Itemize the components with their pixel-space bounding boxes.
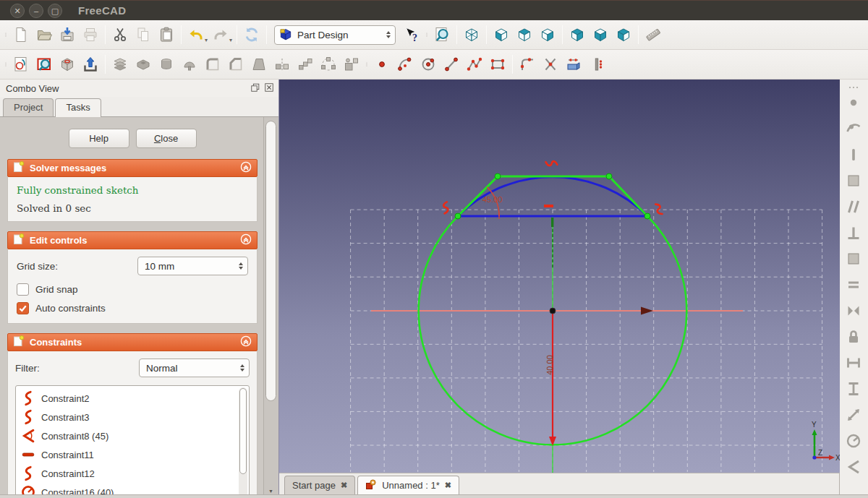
- perpendicular-constraint-icon[interactable]: [843, 222, 864, 244]
- symmetric-constraint-icon[interactable]: [843, 300, 864, 322]
- collapse-section-icon[interactable]: [240, 335, 252, 349]
- save-icon[interactable]: [56, 23, 79, 46]
- toolbar-handle-icon[interactable]: [2, 24, 9, 46]
- panel-scrollbar-thumb[interactable]: [265, 121, 276, 401]
- vertical-dimension-label[interactable]: 40.00: [545, 355, 554, 375]
- equal-constraint-icon[interactable]: [843, 274, 864, 296]
- tangent-constraint-icon-gray[interactable]: [843, 248, 864, 270]
- sketch-line-icon[interactable]: [440, 53, 463, 76]
- float-panel-icon[interactable]: [250, 82, 260, 95]
- collapse-section-icon[interactable]: [240, 161, 252, 175]
- constraint-list-scrollbar[interactable]: [239, 387, 247, 497]
- spinner-icon[interactable]: [237, 262, 244, 270]
- viewport-background[interactable]: [279, 80, 840, 473]
- new-document-icon[interactable]: [9, 23, 33, 46]
- left-view-icon[interactable]: [612, 23, 635, 46]
- pocket-icon[interactable]: [132, 53, 155, 76]
- document-tab[interactable]: Start page✖: [284, 476, 355, 494]
- fillet-icon[interactable]: [201, 53, 224, 76]
- parallel-constraint-icon[interactable]: [843, 196, 864, 218]
- close-tab-icon[interactable]: ✖: [341, 481, 347, 490]
- front-view-icon[interactable]: [490, 23, 513, 46]
- horizontal-distance-icon[interactable]: [843, 352, 864, 374]
- copy-icon[interactable]: [132, 23, 155, 46]
- refresh-icon[interactable]: [240, 23, 263, 46]
- fit-all-icon[interactable]: [430, 23, 454, 46]
- close-panel-icon[interactable]: [264, 82, 274, 95]
- sketch-circle-icon[interactable]: [417, 53, 440, 76]
- toolbar-handle-icon[interactable]: [363, 53, 370, 75]
- constraints-header[interactable]: Constraints: [7, 333, 258, 351]
- vertical-distance-icon[interactable]: [843, 378, 864, 400]
- panel-scrollbar[interactable]: ▼: [263, 117, 278, 498]
- constraint-filter-select[interactable]: Normal: [139, 359, 250, 377]
- draft-icon[interactable]: [247, 53, 271, 76]
- origin-point[interactable]: [550, 308, 556, 314]
- horizontal-constraint-icon-gray[interactable]: [843, 170, 864, 192]
- leave-sketch-icon[interactable]: [79, 53, 102, 76]
- sketch-fillet-icon[interactable]: [516, 53, 539, 76]
- minimize-window-icon[interactable]: –: [29, 4, 43, 18]
- collapse-section-icon[interactable]: [240, 233, 252, 247]
- grid-snap-checkbox[interactable]: [17, 283, 29, 296]
- constraint-list-item[interactable]: Constraint2: [20, 389, 249, 408]
- edit-sketch-icon[interactable]: [33, 53, 56, 76]
- sketch-polyline-icon[interactable]: [463, 53, 486, 76]
- top-view-icon[interactable]: [513, 23, 536, 46]
- grid-size-select[interactable]: 10 mm: [137, 257, 248, 275]
- open-file-icon[interactable]: [33, 23, 56, 46]
- dropdown-caret-icon[interactable]: ▾: [229, 37, 232, 43]
- groove-icon[interactable]: [178, 53, 201, 76]
- document-tab[interactable]: Unnamed : 1*✖: [357, 476, 459, 494]
- sketch-arc-icon[interactable]: [393, 53, 417, 76]
- constraint-list-item[interactable]: Constraint8 (45): [20, 426, 249, 445]
- cut-icon[interactable]: [109, 23, 132, 46]
- help-button[interactable]: Help: [69, 129, 129, 148]
- external-geometry-icon[interactable]: [562, 53, 585, 76]
- radius-dimension-icon[interactable]: [843, 430, 864, 452]
- sketch-rectangle-icon[interactable]: [486, 53, 509, 76]
- toolbar-handle-icon[interactable]: [2, 53, 9, 75]
- close-button[interactable]: Close: [136, 129, 197, 148]
- toolbar-handle-icon[interactable]: [423, 24, 430, 46]
- close-window-icon[interactable]: ✕: [10, 4, 25, 18]
- spinner-icon[interactable]: [385, 31, 392, 38]
- angle-dimension-icon[interactable]: [843, 456, 864, 478]
- coincident-constraint-icon[interactable]: [843, 92, 864, 113]
- tab-project[interactable]: Project: [3, 98, 54, 116]
- new-sketch-icon[interactable]: [9, 53, 33, 76]
- axonometric-view-icon[interactable]: [460, 23, 483, 46]
- edit-controls-header[interactable]: Edit controls: [7, 231, 258, 249]
- sketch-point-icon[interactable]: [370, 53, 393, 76]
- distance-icon[interactable]: [843, 404, 864, 426]
- view-section-icon[interactable]: [585, 53, 608, 76]
- block-constraint-icon[interactable]: [843, 326, 864, 348]
- rear-view-icon[interactable]: [566, 23, 589, 46]
- close-tab-icon[interactable]: ✖: [445, 481, 451, 490]
- vertical-constraint-icon[interactable]: [843, 144, 864, 166]
- spinner-icon[interactable]: [239, 364, 246, 372]
- mirrored-icon[interactable]: [271, 53, 294, 76]
- 3d-viewport[interactable]: 40.00 45.00: [279, 80, 840, 473]
- workbench-selector[interactable]: Part Design: [274, 25, 396, 45]
- point-on-object-constraint-icon[interactable]: [843, 118, 864, 139]
- dropdown-caret-icon[interactable]: ▾: [205, 37, 208, 43]
- polar-pattern-icon[interactable]: [317, 53, 340, 76]
- angle-dimension-label[interactable]: 45.00: [482, 195, 503, 204]
- chamfer-icon[interactable]: [224, 53, 247, 76]
- solver-messages-header[interactable]: Solver messages: [7, 159, 258, 177]
- constraint-list-item[interactable]: Constraint3: [20, 408, 249, 426]
- scaled-icon[interactable]: [340, 53, 363, 76]
- trim-edge-icon[interactable]: [539, 53, 562, 76]
- constraint-list-item[interactable]: Constraint12: [20, 464, 249, 483]
- toolbar-handle-icon[interactable]: [846, 82, 861, 90]
- map-sketch-icon[interactable]: [56, 53, 79, 76]
- pad-icon[interactable]: [109, 53, 132, 76]
- print-icon[interactable]: [79, 23, 102, 46]
- right-view-icon[interactable]: [536, 23, 559, 46]
- measure-icon[interactable]: [642, 23, 665, 46]
- auto-constraints-checkbox[interactable]: [17, 302, 29, 314]
- revolution-icon[interactable]: [155, 53, 178, 76]
- paste-icon[interactable]: [155, 23, 178, 46]
- tab-tasks[interactable]: Tasks: [55, 98, 101, 117]
